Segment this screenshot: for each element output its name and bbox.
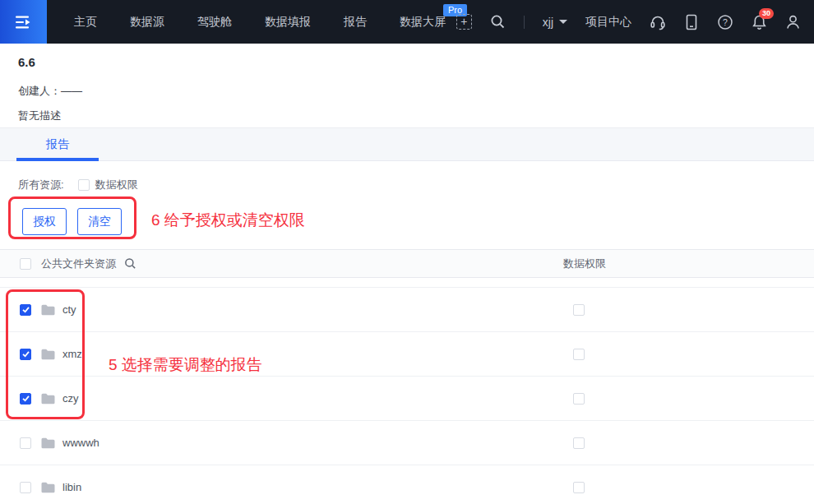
resource-name: wwwwh — [62, 437, 99, 449]
nav-divider — [524, 16, 525, 29]
row-select-checkbox[interactable] — [20, 482, 31, 493]
folder-icon — [41, 437, 55, 449]
headset-support-icon[interactable] — [650, 14, 666, 30]
authorize-button[interactable]: 授权 — [22, 208, 67, 235]
permission-checkbox[interactable] — [573, 349, 585, 360]
folder-icon — [41, 349, 55, 360]
resource-name: xmz — [62, 348, 82, 360]
notification-bell-icon[interactable]: 30 — [752, 14, 767, 30]
menu-toggle-button[interactable] — [0, 0, 47, 44]
all-resources-label: 所有资源: — [18, 178, 64, 192]
folder-icon — [41, 304, 55, 316]
select-all-checkbox[interactable] — [20, 258, 31, 270]
page-title: 6.6 — [18, 55, 796, 69]
description-label: 暂无描述 — [18, 109, 796, 123]
username-label: xjj — [543, 16, 553, 29]
permission-checkbox[interactable] — [573, 393, 585, 405]
global-data-permission-checkbox[interactable] — [78, 179, 90, 191]
nav-report[interactable]: 报告 — [344, 15, 367, 30]
resource-name: czy — [62, 392, 79, 405]
nav-home[interactable]: 主页 — [74, 15, 97, 30]
navbar-right: + xjj 项目中心 — [456, 14, 814, 30]
folder-icon — [41, 482, 55, 493]
add-new-icon[interactable]: + — [456, 14, 472, 30]
permission-checkbox[interactable] — [573, 482, 585, 493]
user-dropdown[interactable]: xjj — [543, 16, 567, 29]
tab-bar: 报告 — [0, 127, 814, 161]
table-search-icon[interactable] — [124, 257, 136, 270]
permission-checkbox[interactable] — [573, 437, 585, 449]
table-header: 公共文件夹资源 数据权限 — [0, 249, 814, 278]
row-select-checkbox[interactable] — [20, 437, 31, 449]
resource-name: cty — [62, 303, 76, 316]
mobile-device-icon[interactable] — [684, 14, 699, 30]
row-select-checkbox[interactable] — [20, 349, 31, 360]
nav-big-screen[interactable]: 数据大屏 Pro — [400, 15, 446, 30]
table-row[interactable]: xmz — [0, 332, 814, 377]
table-row[interactable]: cty — [0, 288, 814, 332]
top-navbar: 主页 数据源 驾驶舱 数据填报 报告 数据大屏 Pro + xjj 项目中心 — [0, 0, 814, 44]
tab-report[interactable]: 报告 — [16, 128, 99, 160]
app-root: 主页 数据源 驾驶舱 数据填报 报告 数据大屏 Pro + xjj 项目中心 — [0, 0, 814, 504]
table-body: cty xmz czy — [0, 287, 814, 504]
nav-datasource[interactable]: 数据源 — [130, 15, 164, 30]
folder-icon — [41, 393, 55, 405]
row-select-checkbox[interactable] — [20, 393, 31, 405]
chevron-down-icon — [559, 20, 567, 24]
main-nav: 主页 数据源 驾驶舱 数据填报 报告 数据大屏 Pro — [74, 15, 446, 30]
nav-big-screen-label: 数据大屏 — [400, 15, 446, 28]
data-permission-label: 数据权限 — [95, 178, 138, 192]
help-icon[interactable]: ? — [717, 14, 733, 30]
all-resources-row: 所有资源: 数据权限 — [0, 178, 814, 192]
hamburger-arrow-icon — [16, 16, 32, 29]
notification-badge: 30 — [759, 8, 774, 19]
clear-button[interactable]: 清空 — [77, 208, 122, 235]
resource-column-header: 公共文件夹资源 — [41, 257, 116, 271]
nav-data-filling[interactable]: 数据填报 — [265, 15, 311, 30]
permission-checkbox[interactable] — [573, 304, 585, 316]
creator-label: 创建人：—— — [18, 84, 796, 99]
page-header: 6.6 创建人：—— 暂无描述 — [0, 44, 814, 127]
row-select-checkbox[interactable] — [20, 304, 31, 316]
search-icon[interactable] — [490, 14, 506, 30]
table-row[interactable]: wwwwh — [0, 421, 814, 465]
svg-text:?: ? — [723, 16, 728, 26]
resources-table: 公共文件夹资源 数据权限 cty — [0, 249, 814, 504]
resource-name: libin — [62, 481, 81, 493]
table-row[interactable]: libin — [0, 465, 814, 504]
nav-project-center[interactable]: 项目中心 — [585, 15, 631, 30]
user-avatar-icon[interactable] — [785, 14, 801, 30]
action-buttons-row: 授权 清空 — [0, 208, 814, 235]
table-row[interactable]: czy — [0, 377, 814, 421]
permission-column-header: 数据权限 — [563, 257, 606, 271]
nav-cockpit[interactable]: 驾驶舱 — [197, 15, 232, 30]
